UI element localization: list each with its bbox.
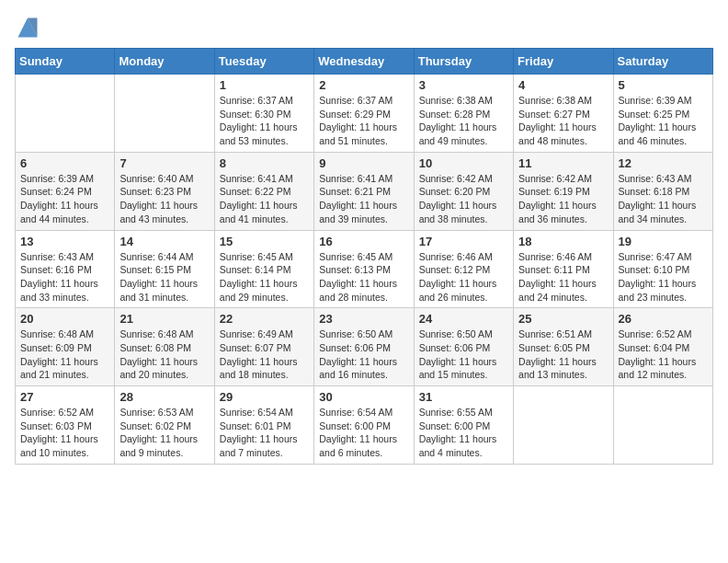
calendar-cell: 2Sunrise: 6:37 AM Sunset: 6:29 PM Daylig… — [314, 75, 414, 153]
day-number: 26 — [619, 312, 708, 326]
day-info: Sunrise: 6:44 AM Sunset: 6:15 PM Dayligh… — [119, 250, 209, 304]
day-info: Sunrise: 6:42 AM Sunset: 6:20 PM Dayligh… — [419, 172, 508, 226]
calendar-cell: 10Sunrise: 6:42 AM Sunset: 6:20 PM Dayli… — [414, 152, 513, 230]
calendar-table: SundayMondayTuesdayWednesdayThursdayFrid… — [15, 48, 713, 465]
day-info: Sunrise: 6:54 AM Sunset: 6:01 PM Dayligh… — [220, 406, 309, 460]
calendar-cell: 16Sunrise: 6:45 AM Sunset: 6:13 PM Dayli… — [314, 230, 414, 308]
calendar-cell: 7Sunrise: 6:40 AM Sunset: 6:23 PM Daylig… — [115, 152, 214, 230]
day-info: Sunrise: 6:43 AM Sunset: 6:18 PM Dayligh… — [619, 172, 708, 226]
calendar-cell: 1Sunrise: 6:37 AM Sunset: 6:30 PM Daylig… — [214, 75, 313, 153]
day-number: 28 — [119, 390, 209, 404]
calendar-cell: 23Sunrise: 6:50 AM Sunset: 6:06 PM Dayli… — [314, 308, 414, 386]
calendar-week-row: 27Sunrise: 6:52 AM Sunset: 6:03 PM Dayli… — [16, 386, 713, 465]
calendar-cell: 17Sunrise: 6:46 AM Sunset: 6:12 PM Dayli… — [414, 230, 513, 308]
calendar-week-row: 20Sunrise: 6:48 AM Sunset: 6:09 PM Dayli… — [16, 308, 713, 386]
calendar-week-row: 1Sunrise: 6:37 AM Sunset: 6:30 PM Daylig… — [16, 75, 713, 153]
day-info: Sunrise: 6:49 AM Sunset: 6:07 PM Dayligh… — [220, 327, 309, 382]
calendar-cell: 6Sunrise: 6:39 AM Sunset: 6:24 PM Daylig… — [16, 152, 115, 230]
calendar-header-row: SundayMondayTuesdayWednesdayThursdayFrid… — [16, 49, 713, 75]
day-info: Sunrise: 6:37 AM Sunset: 6:30 PM Dayligh… — [220, 94, 309, 148]
day-number: 17 — [419, 235, 508, 248]
calendar-cell: 5Sunrise: 6:39 AM Sunset: 6:25 PM Daylig… — [613, 75, 712, 153]
day-info: Sunrise: 6:53 AM Sunset: 6:02 PM Dayligh… — [119, 406, 209, 460]
calendar-cell: 14Sunrise: 6:44 AM Sunset: 6:15 PM Dayli… — [115, 230, 214, 308]
day-number: 22 — [220, 312, 309, 326]
day-number: 2 — [319, 78, 408, 92]
calendar-header-cell: Thursday — [414, 49, 513, 75]
day-info: Sunrise: 6:54 AM Sunset: 6:00 PM Dayligh… — [319, 406, 408, 460]
day-number: 3 — [419, 78, 508, 92]
calendar-cell — [613, 386, 712, 465]
calendar-cell — [16, 75, 115, 153]
calendar-cell: 19Sunrise: 6:47 AM Sunset: 6:10 PM Dayli… — [613, 230, 712, 308]
calendar-cell: 20Sunrise: 6:48 AM Sunset: 6:09 PM Dayli… — [16, 308, 115, 386]
day-number: 30 — [319, 390, 408, 404]
day-number: 8 — [220, 156, 309, 170]
logo — [15, 15, 42, 40]
day-number: 15 — [220, 235, 309, 248]
day-info: Sunrise: 6:39 AM Sunset: 6:24 PM Dayligh… — [20, 172, 109, 226]
calendar-cell — [514, 386, 613, 465]
calendar-header-cell: Monday — [115, 49, 214, 75]
calendar-cell: 13Sunrise: 6:43 AM Sunset: 6:16 PM Dayli… — [16, 230, 115, 308]
day-number: 13 — [20, 235, 109, 248]
calendar-cell: 29Sunrise: 6:54 AM Sunset: 6:01 PM Dayli… — [214, 386, 313, 465]
day-info: Sunrise: 6:55 AM Sunset: 6:00 PM Dayligh… — [419, 406, 508, 460]
day-number: 11 — [518, 156, 608, 170]
day-info: Sunrise: 6:42 AM Sunset: 6:19 PM Dayligh… — [518, 172, 608, 226]
day-number: 18 — [518, 235, 608, 248]
calendar-cell: 31Sunrise: 6:55 AM Sunset: 6:00 PM Dayli… — [414, 386, 513, 465]
calendar-header-cell: Friday — [514, 49, 613, 75]
day-info: Sunrise: 6:39 AM Sunset: 6:25 PM Dayligh… — [619, 94, 708, 148]
calendar-cell: 11Sunrise: 6:42 AM Sunset: 6:19 PM Dayli… — [514, 152, 613, 230]
calendar-header-cell: Sunday — [16, 49, 115, 75]
day-number: 24 — [419, 312, 508, 326]
calendar-cell: 26Sunrise: 6:52 AM Sunset: 6:04 PM Dayli… — [613, 308, 712, 386]
day-number: 1 — [220, 78, 309, 92]
calendar-cell: 30Sunrise: 6:54 AM Sunset: 6:00 PM Dayli… — [314, 386, 414, 465]
day-number: 7 — [119, 156, 209, 170]
calendar-cell: 22Sunrise: 6:49 AM Sunset: 6:07 PM Dayli… — [214, 308, 313, 386]
logo-icon — [15, 15, 40, 40]
day-number: 6 — [20, 156, 109, 170]
day-info: Sunrise: 6:48 AM Sunset: 6:09 PM Dayligh… — [20, 327, 109, 382]
calendar-header-cell: Wednesday — [314, 49, 414, 75]
day-number: 25 — [518, 312, 608, 326]
day-info: Sunrise: 6:46 AM Sunset: 6:12 PM Dayligh… — [419, 250, 508, 304]
day-number: 14 — [119, 235, 209, 248]
day-number: 4 — [518, 78, 608, 92]
calendar-cell: 25Sunrise: 6:51 AM Sunset: 6:05 PM Dayli… — [514, 308, 613, 386]
day-info: Sunrise: 6:43 AM Sunset: 6:16 PM Dayligh… — [20, 250, 109, 304]
calendar-cell: 27Sunrise: 6:52 AM Sunset: 6:03 PM Dayli… — [16, 386, 115, 465]
day-info: Sunrise: 6:50 AM Sunset: 6:06 PM Dayligh… — [319, 327, 408, 382]
calendar-cell — [115, 75, 214, 153]
calendar-week-row: 13Sunrise: 6:43 AM Sunset: 6:16 PM Dayli… — [16, 230, 713, 308]
day-info: Sunrise: 6:48 AM Sunset: 6:08 PM Dayligh… — [119, 327, 209, 382]
calendar-cell: 21Sunrise: 6:48 AM Sunset: 6:08 PM Dayli… — [115, 308, 214, 386]
day-info: Sunrise: 6:46 AM Sunset: 6:11 PM Dayligh… — [518, 250, 608, 304]
day-info: Sunrise: 6:40 AM Sunset: 6:23 PM Dayligh… — [119, 172, 209, 226]
day-info: Sunrise: 6:50 AM Sunset: 6:06 PM Dayligh… — [419, 327, 508, 382]
day-number: 29 — [220, 390, 309, 404]
day-number: 12 — [619, 156, 708, 170]
day-number: 23 — [319, 312, 408, 326]
calendar-cell: 4Sunrise: 6:38 AM Sunset: 6:27 PM Daylig… — [514, 75, 613, 153]
calendar-week-row: 6Sunrise: 6:39 AM Sunset: 6:24 PM Daylig… — [16, 152, 713, 230]
calendar-cell: 18Sunrise: 6:46 AM Sunset: 6:11 PM Dayli… — [514, 230, 613, 308]
calendar-cell: 28Sunrise: 6:53 AM Sunset: 6:02 PM Dayli… — [115, 386, 214, 465]
day-number: 27 — [20, 390, 109, 404]
day-info: Sunrise: 6:41 AM Sunset: 6:22 PM Dayligh… — [220, 172, 309, 226]
day-info: Sunrise: 6:45 AM Sunset: 6:14 PM Dayligh… — [220, 250, 309, 304]
day-number: 5 — [619, 78, 708, 92]
page-header — [15, 15, 713, 40]
day-number: 21 — [119, 312, 209, 326]
day-number: 16 — [319, 235, 408, 248]
day-info: Sunrise: 6:38 AM Sunset: 6:28 PM Dayligh… — [419, 94, 508, 148]
calendar-header-cell: Saturday — [613, 49, 712, 75]
calendar-cell: 8Sunrise: 6:41 AM Sunset: 6:22 PM Daylig… — [214, 152, 313, 230]
day-number: 9 — [319, 156, 408, 170]
day-info: Sunrise: 6:52 AM Sunset: 6:04 PM Dayligh… — [619, 327, 708, 382]
day-info: Sunrise: 6:41 AM Sunset: 6:21 PM Dayligh… — [319, 172, 408, 226]
day-info: Sunrise: 6:45 AM Sunset: 6:13 PM Dayligh… — [319, 250, 408, 304]
day-info: Sunrise: 6:38 AM Sunset: 6:27 PM Dayligh… — [518, 94, 608, 148]
